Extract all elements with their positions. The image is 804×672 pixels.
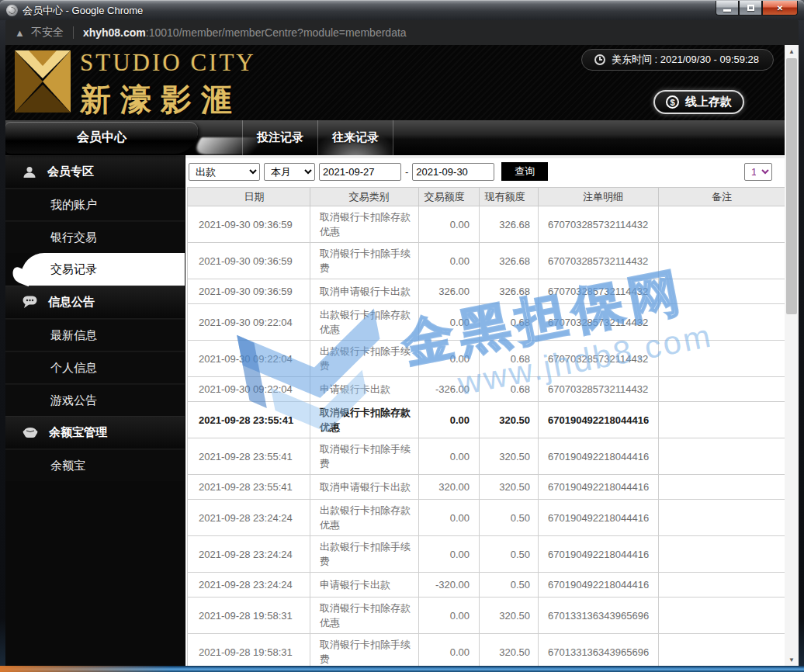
transaction-type-select[interactable]: 出款 bbox=[189, 163, 260, 181]
table-cell: 320.50 bbox=[480, 475, 539, 500]
table-cell: 2021-09-30 09:22:04 bbox=[188, 377, 310, 402]
chat-icon bbox=[23, 296, 37, 309]
close-button[interactable]: ✕ bbox=[762, 1, 798, 16]
table-cell: 320.50 bbox=[480, 438, 539, 475]
table-cell bbox=[659, 243, 785, 279]
sidebar-item[interactable]: 游戏公告 bbox=[5, 383, 185, 416]
table-cell bbox=[659, 402, 785, 438]
table-cell bbox=[659, 500, 785, 536]
sidebar-item[interactable]: 余额宝 bbox=[5, 449, 185, 481]
browser-window: 会员中心 - Google Chrome ✕ ▲ 不安全 xhyh08.com:… bbox=[0, 0, 804, 672]
sidebar-section-label: 余额宝管理 bbox=[49, 425, 107, 440]
table-cell: 670133136343965696 bbox=[539, 634, 659, 667]
security-warning-label[interactable]: 不安全 bbox=[31, 26, 64, 40]
column-header: 交易类别 bbox=[310, 188, 419, 206]
url-text[interactable]: xhyh08.com:10010/member/memberCentre?mod… bbox=[83, 26, 407, 39]
table-row: 2021-09-28 19:58:31取消银行卡扣除存款优惠0.00320.50… bbox=[188, 598, 785, 634]
table-cell: 326.68 bbox=[480, 243, 539, 279]
table-cell bbox=[659, 377, 785, 402]
table-cell: 0.68 bbox=[480, 377, 539, 402]
logo-text: STUDIO CITY 新濠影滙 bbox=[80, 49, 256, 121]
logo-title: STUDIO CITY bbox=[80, 49, 256, 77]
page-select[interactable]: 1 bbox=[744, 163, 772, 181]
tab-inactive[interactable]: 投注记录 bbox=[242, 120, 317, 155]
table-cell: 出款银行卡扣除手续费 bbox=[310, 536, 419, 573]
sidebar-section[interactable]: 信息公告 bbox=[5, 286, 185, 318]
member-center-header[interactable]: 会员中心 bbox=[5, 122, 198, 154]
url-divider bbox=[73, 26, 74, 39]
window-title: 会员中心 - Google Chrome bbox=[23, 4, 143, 18]
sidebar-item-active[interactable]: 交易记录 bbox=[21, 253, 185, 286]
minimize-button[interactable] bbox=[716, 1, 739, 16]
table-row: 2021-09-30 09:36:59取消申请银行卡出款326.00326.68… bbox=[188, 279, 785, 304]
table-cell: 670703285732114432 bbox=[539, 341, 659, 377]
dollar-circle-icon: $ bbox=[666, 95, 679, 109]
table-cell bbox=[659, 634, 785, 667]
date-from-input[interactable] bbox=[319, 163, 401, 181]
close-icon: ✕ bbox=[777, 4, 783, 12]
table-cell bbox=[659, 304, 785, 341]
column-header: 交易额度 bbox=[419, 188, 480, 206]
table-row: 2021-09-30 09:22:04出款银行卡扣除手续费0.000.68670… bbox=[188, 341, 785, 377]
table-cell: 2021-09-30 09:22:04 bbox=[188, 304, 310, 341]
window-bottom-border bbox=[0, 666, 804, 672]
url-path: :10010/member/memberCentre?module=member… bbox=[146, 26, 407, 39]
table-row: 2021-09-28 19:58:31取消银行卡扣除手续费0.00320.506… bbox=[188, 634, 785, 667]
security-warning-icon[interactable]: ▲ bbox=[15, 27, 25, 39]
sidebar-item[interactable]: 银行交易 bbox=[5, 220, 185, 253]
window-controls: ✕ bbox=[716, 1, 798, 16]
sidebar: 会员专区我的账户银行交易交易记录信息公告最新信息个人信息游戏公告余额宝管理余额宝 bbox=[5, 155, 185, 666]
online-deposit-button[interactable]: $ 线上存款 bbox=[653, 90, 744, 114]
table-header-row: 日期交易类别交易额度现有额度注单明细备注 bbox=[188, 188, 785, 206]
table-cell: 2021-09-28 23:24:24 bbox=[188, 500, 310, 536]
table-cell: 320.00 bbox=[419, 475, 480, 500]
search-button[interactable]: 查询 bbox=[501, 162, 548, 181]
scrollbar-thumb[interactable] bbox=[786, 58, 797, 314]
window-titlebar[interactable]: 会员中心 - Google Chrome ✕ bbox=[0, 0, 804, 20]
scroll-up-icon[interactable]: ▲ bbox=[785, 45, 799, 57]
table-cell: 670703285732114432 bbox=[539, 206, 659, 243]
column-header: 现有额度 bbox=[480, 188, 539, 206]
url-host: xhyh08.com bbox=[83, 26, 146, 39]
maximize-icon bbox=[747, 5, 754, 11]
sidebar-item[interactable]: 我的账户 bbox=[5, 188, 185, 220]
date-to-input[interactable] bbox=[412, 163, 494, 181]
maximize-button[interactable] bbox=[739, 1, 762, 16]
table-cell: 2021-09-30 09:36:59 bbox=[188, 279, 310, 304]
chrome-tab-favicon-icon bbox=[6, 5, 18, 16]
table-row: 2021-09-28 23:24:24申请银行卡出款-320.000.50670… bbox=[188, 573, 785, 598]
table-cell: 取消银行卡扣除存款优惠 bbox=[310, 598, 419, 634]
scroll-down-icon[interactable]: ▼ bbox=[785, 653, 799, 666]
sidebar-item[interactable]: 个人信息 bbox=[5, 351, 185, 383]
sidebar-item[interactable]: 最新信息 bbox=[5, 318, 185, 351]
table-row: 2021-09-28 23:55:41取消申请银行卡出款320.00320.50… bbox=[188, 475, 785, 500]
records-table-wrap: 日期交易类别交易额度现有额度注单明细备注 2021-09-30 09:36:59… bbox=[185, 185, 785, 666]
table-cell: 取消银行卡扣除存款优惠 bbox=[310, 206, 419, 243]
table-cell: 2021-09-30 09:36:59 bbox=[188, 243, 310, 279]
table-cell: -326.00 bbox=[419, 377, 480, 402]
site-logo[interactable]: STUDIO CITY 新濠影滙 bbox=[13, 49, 256, 121]
table-cell bbox=[659, 598, 785, 634]
table-cell: 670703285732114432 bbox=[539, 377, 659, 402]
table-cell: 326.68 bbox=[480, 206, 539, 243]
page: STUDIO CITY 新濠影滙 美东时间 : 2021/09/30 - 09:… bbox=[5, 45, 785, 666]
main-nav: 会员中心 投注记录往来记录 bbox=[5, 120, 785, 155]
table-cell: 326.68 bbox=[480, 279, 539, 304]
studio-city-x-logo-icon bbox=[13, 49, 72, 114]
table-cell bbox=[659, 341, 785, 377]
table-cell: 0.00 bbox=[419, 536, 480, 573]
table-row: 2021-09-30 09:36:59取消银行卡扣除手续费0.00326.686… bbox=[188, 243, 785, 279]
table-cell: 670190492218044416 bbox=[539, 475, 659, 500]
sidebar-section[interactable]: 会员专区 bbox=[5, 155, 185, 188]
table-cell bbox=[659, 573, 785, 598]
table-body: 2021-09-30 09:36:59取消银行卡扣除存款优惠0.00326.68… bbox=[188, 206, 785, 667]
table-cell: 0.68 bbox=[480, 304, 539, 341]
period-select[interactable]: 本月 bbox=[264, 163, 315, 181]
tab-active[interactable]: 往来记录 bbox=[317, 120, 393, 155]
table-cell bbox=[659, 475, 785, 500]
table-cell: 取消银行卡扣除存款优惠 bbox=[310, 402, 419, 438]
sidebar-section-label: 信息公告 bbox=[48, 295, 95, 310]
browser-scrollbar[interactable]: ▲ ▼ bbox=[785, 45, 799, 666]
address-bar[interactable]: ▲ 不安全 xhyh08.com:10010/member/memberCent… bbox=[5, 20, 799, 45]
sidebar-section[interactable]: 余额宝管理 bbox=[5, 416, 185, 449]
